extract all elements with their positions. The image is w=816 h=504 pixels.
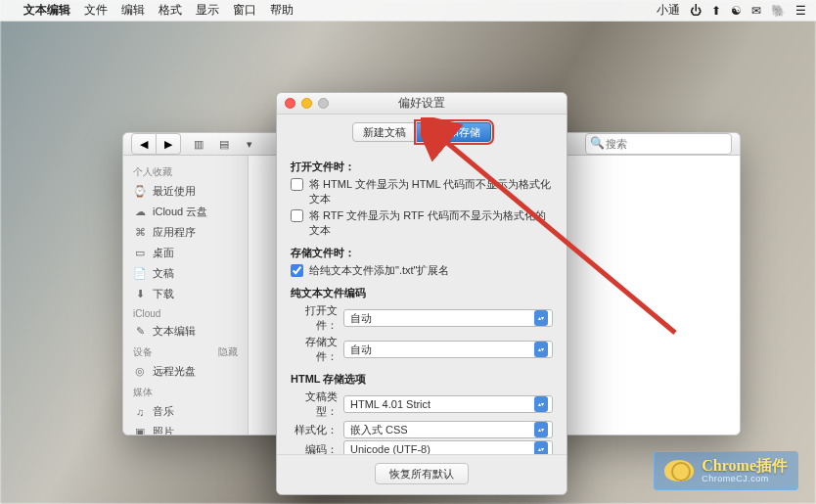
sidebar-item-music[interactable]: ♫音乐 (123, 401, 248, 422)
sidebar-toggle-icon[interactable]: ▥ (187, 138, 210, 151)
menu-view[interactable]: 显示 (196, 2, 219, 19)
checkbox-row[interactable]: 将 HTML 文件显示为 HTML 代码而不显示为格式化文本 (291, 177, 553, 206)
close-icon[interactable] (285, 98, 295, 109)
menu-edit[interactable]: 编辑 (121, 2, 145, 19)
checkbox-label: 给纯文本文件添加".txt"扩展名 (309, 263, 449, 278)
app-name[interactable]: 文本编辑 (23, 2, 70, 19)
sidebar-item-downloads[interactable]: ⬇下载 (123, 284, 248, 304)
checkbox-rtf-as-code[interactable] (291, 209, 303, 222)
recents-icon: ⌚ (133, 185, 147, 198)
chevron-updown-icon: ▴▾ (534, 441, 548, 454)
sidebar-item-desktop[interactable]: ▭桌面 (123, 243, 248, 263)
field-label: 存储文件： (291, 335, 338, 364)
restore-defaults-button[interactable]: 恢复所有默认 (375, 463, 469, 484)
downloads-icon: ⬇ (133, 288, 147, 300)
sidebar-item-textedit[interactable]: ✎文本编辑 (123, 321, 248, 342)
field-label: 打开文件： (291, 303, 338, 333)
forward-button[interactable]: ▶ (157, 133, 181, 155)
status-icon[interactable]: ☰ (795, 4, 806, 18)
menu-file[interactable]: 文件 (84, 2, 108, 19)
menu-format[interactable]: 格式 (159, 2, 182, 19)
watermark-badge: Chrome插件 ChromeCJ.com (654, 451, 798, 490)
minimize-icon[interactable] (301, 98, 312, 109)
search-icon: 🔍 (590, 136, 605, 150)
prefs-tabbar: 新建文稿 打开和存储 (277, 115, 567, 148)
select-save-encoding[interactable]: 自动▴▾ (343, 341, 553, 358)
prefs-body: 打开文件时： 将 HTML 文件显示为 HTML 代码而不显示为格式化文本 将 … (277, 148, 567, 454)
cloud-icon: ☁ (133, 206, 147, 218)
select-value: HTML 4.01 Strict (350, 398, 431, 410)
preferences-window: 偏好设置 新建文稿 打开和存储 打开文件时： 将 HTML 文件显示为 HTML… (276, 92, 567, 495)
music-icon: ♫ (133, 406, 147, 418)
checkbox-add-txt-ext[interactable] (291, 264, 303, 277)
finder-sidebar: 个人收藏 ⌚最近使用 ☁iCloud 云盘 ⌘应用程序 ▭桌面 📄文稿 ⬇下载 … (123, 156, 249, 435)
section-heading: 存储文件时： (291, 246, 553, 260)
status-icon[interactable]: ☯ (731, 4, 742, 18)
checkbox-html-as-code[interactable] (291, 178, 303, 191)
section-heading: 打开文件时： (291, 160, 553, 174)
chevron-updown-icon: ▴▾ (534, 310, 548, 326)
sidebar-item-recents[interactable]: ⌚最近使用 (123, 181, 248, 202)
maximize-icon[interactable] (318, 98, 329, 109)
textedit-icon: ✎ (133, 325, 147, 338)
window-title: 偏好设置 (398, 95, 445, 112)
checkbox-row[interactable]: 将 RTF 文件显示为 RTF 代码而不显示为格式化的文本 (291, 208, 553, 238)
sidebar-section: iCloud (123, 304, 248, 321)
checkbox-label: 将 HTML 文件显示为 HTML 代码而不显示为格式化文本 (309, 177, 553, 206)
status-icon[interactable]: ✉ (751, 4, 761, 18)
sidebar-item-photos[interactable]: ▣照片 (123, 422, 248, 435)
photos-icon: ▣ (133, 426, 147, 435)
dropdown-icon[interactable]: ▾ (238, 138, 261, 151)
chevron-updown-icon: ▴▾ (534, 396, 548, 412)
status-icon[interactable]: ⏻ (690, 4, 702, 18)
sidebar-item-label: 桌面 (153, 246, 174, 260)
documents-icon: 📄 (133, 267, 147, 280)
status-icon[interactable]: 🐘 (771, 4, 786, 18)
view-mode-icon[interactable]: ▤ (212, 138, 236, 151)
sidebar-item-label: 最近使用 (153, 184, 196, 199)
field-label: 样式化： (291, 423, 338, 437)
sidebar-item-label: 文本编辑 (153, 324, 196, 339)
hide-link[interactable]: 隐藏 (218, 345, 238, 359)
nav-back-forward[interactable]: ◀ ▶ (131, 133, 181, 155)
checkbox-label: 将 RTF 文件显示为 RTF 代码而不显示为格式化的文本 (309, 208, 553, 238)
checkbox-row[interactable]: 给纯文本文件添加".txt"扩展名 (291, 263, 553, 278)
sidebar-item-label: 照片 (153, 425, 174, 435)
select-doctype[interactable]: HTML 4.01 Strict▴▾ (343, 395, 553, 413)
menu-user[interactable]: 小通 (657, 2, 680, 19)
chevron-updown-icon: ▴▾ (534, 342, 548, 357)
sidebar-item-label: 文稿 (153, 266, 174, 281)
sidebar-item-documents[interactable]: 📄文稿 (123, 263, 248, 284)
watermark-title: Chrome插件 (702, 458, 788, 474)
sidebar-item-remote-disc[interactable]: ◎远程光盘 (123, 361, 248, 382)
menu-bar: 文本编辑 文件 编辑 格式 显示 窗口 帮助 小通 ⏻ ⬆ ☯ ✉ 🐘 ☰ (0, 0, 816, 22)
sidebar-item-icloud-drive[interactable]: ☁iCloud 云盘 (123, 202, 248, 222)
snail-icon (664, 460, 694, 481)
tab-new-document[interactable]: 新建文稿 (352, 122, 417, 142)
menu-window[interactable]: 窗口 (233, 2, 256, 19)
sidebar-item-label: 音乐 (153, 404, 174, 419)
sidebar-section: 个人收藏 (123, 161, 248, 181)
chevron-updown-icon: ▴▾ (534, 422, 548, 437)
tab-open-save[interactable]: 打开和存储 (417, 122, 491, 142)
disc-icon: ◎ (133, 365, 147, 378)
section-heading: 纯文本文件编码 (291, 286, 553, 300)
select-style[interactable]: 嵌入式 CSS▴▾ (343, 421, 553, 438)
select-value: Unicode (UTF-8) (350, 443, 431, 454)
select-open-encoding[interactable]: 自动▴▾ (343, 309, 553, 327)
back-button[interactable]: ◀ (131, 133, 157, 155)
menu-help[interactable]: 帮助 (270, 2, 294, 19)
sidebar-item-label: 应用程序 (153, 225, 196, 240)
field-label: 文稿类型： (291, 389, 338, 419)
sidebar-section: 设备隐藏 (123, 342, 248, 361)
select-html-encoding[interactable]: Unicode (UTF-8)▴▾ (343, 440, 553, 454)
status-icon[interactable]: ⬆ (711, 4, 721, 18)
window-titlebar: 偏好设置 (277, 93, 567, 115)
select-value: 自动 (350, 311, 372, 326)
sidebar-item-applications[interactable]: ⌘应用程序 (123, 222, 248, 243)
sidebar-item-label: 远程光盘 (153, 364, 196, 379)
search-field-wrap: 🔍 (585, 133, 732, 155)
search-input[interactable] (585, 133, 732, 155)
app-icon: ⌘ (133, 226, 147, 239)
sidebar-item-label: 下载 (153, 287, 174, 301)
